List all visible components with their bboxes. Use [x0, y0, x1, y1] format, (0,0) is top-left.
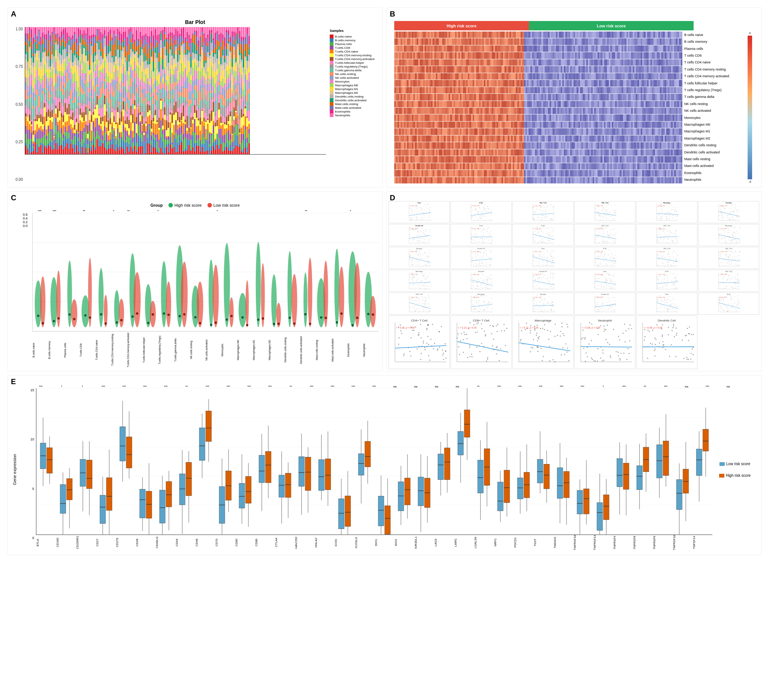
boxplot-chart	[36, 388, 713, 535]
svg-point-589	[550, 236, 550, 236]
svg-point-431	[420, 238, 420, 238]
bar-segment	[175, 51, 177, 64]
bar-segment	[115, 124, 117, 136]
svg-point-1949	[731, 307, 732, 307]
bar-segment	[36, 115, 38, 121]
bar-segment	[168, 34, 169, 40]
svg-point-1592	[420, 308, 420, 309]
bar-segment	[207, 42, 209, 47]
bar-segment	[246, 101, 248, 111]
bar-segment	[100, 56, 102, 64]
bar-segment	[154, 53, 156, 58]
svg-point-1214	[427, 286, 428, 286]
svg-point-1281	[490, 280, 491, 280]
bar-segment	[156, 80, 158, 87]
legend-item: T.cells.regulatory.(Tregs)	[330, 64, 375, 68]
bar-segment	[207, 78, 209, 84]
bar-segment	[226, 56, 227, 64]
bar-segment	[218, 60, 220, 64]
bar-column	[117, 27, 119, 154]
bar-column	[136, 27, 137, 154]
bar-segment	[194, 70, 195, 80]
bar-segment	[196, 85, 197, 92]
bar-segment	[109, 30, 111, 34]
bar-segment	[228, 75, 229, 78]
bar-segment	[179, 145, 180, 154]
svg-text:Macrophage: Macrophage	[663, 202, 670, 204]
boxplot-significance: ***	[551, 385, 572, 388]
bar-segment	[66, 143, 68, 154]
svg-point-2102	[542, 328, 543, 329]
bar-segment	[113, 116, 115, 122]
bar-column	[166, 27, 167, 154]
svg-point-1876	[657, 301, 657, 301]
bar-segment	[153, 123, 154, 132]
boxplot-significance: ***	[31, 385, 51, 388]
bar-segment	[83, 104, 85, 112]
svg-point-1941	[735, 303, 736, 303]
bar-segment	[140, 32, 141, 38]
bar-segment	[34, 98, 36, 100]
svg-text:Macrophage: Macrophage	[416, 271, 423, 272]
svg-point-1194	[412, 273, 413, 274]
svg-point-1322	[539, 288, 539, 289]
svg-point-2207	[591, 357, 592, 359]
bar-segment	[245, 58, 246, 61]
svg-point-1076	[659, 258, 660, 258]
bar-column	[31, 27, 32, 154]
svg-point-1110	[661, 257, 661, 257]
svg-point-1606	[419, 302, 419, 302]
bar-segment	[151, 106, 152, 114]
svg-point-871	[486, 260, 486, 260]
svg-point-633	[611, 237, 612, 237]
bar-segment	[104, 47, 105, 54]
svg-point-2232	[686, 357, 687, 358]
bar-segment	[104, 82, 105, 88]
svg-text:r = -0.05, p < 0.05: r = -0.05, p < 0.05	[471, 205, 480, 207]
bar-segment	[230, 61, 231, 69]
bar-segment	[83, 62, 85, 73]
bar-segment	[243, 68, 244, 73]
svg-point-931	[552, 255, 552, 255]
bar-segment	[123, 86, 124, 89]
bar-segment	[117, 83, 119, 90]
bar-segment	[29, 59, 31, 68]
bar-segment	[124, 153, 126, 154]
svg-point-1551	[719, 289, 719, 289]
svg-point-1724	[535, 311, 535, 312]
boxplot-x-label: IDO1	[374, 535, 394, 551]
bar-segment	[136, 103, 137, 107]
svg-line-1635	[409, 303, 431, 309]
svg-point-1996	[398, 337, 399, 338]
bar-segment	[111, 108, 113, 112]
bar-segment	[136, 84, 137, 87]
svg-point-709	[675, 230, 676, 230]
bar-segment	[126, 27, 128, 37]
violin-dot	[199, 322, 201, 324]
bar-segment	[53, 27, 55, 32]
boxplot-x-label: ICOSLG	[354, 535, 374, 551]
scatter-svg: CD4+ T Cellr = 0.21, p < 0.05	[637, 247, 697, 269]
bar-segment	[108, 72, 109, 76]
svg-point-1445	[661, 282, 661, 282]
bar-segment	[97, 119, 98, 131]
svg-point-1631	[412, 306, 412, 306]
bar-segment	[241, 143, 242, 150]
svg-point-966	[536, 265, 537, 266]
svg-point-1680	[478, 304, 479, 304]
bar-segment	[239, 27, 240, 31]
bar-segment	[166, 76, 167, 80]
svg-point-1697	[489, 303, 489, 304]
svg-point-936	[547, 261, 548, 261]
bar-segment	[85, 47, 87, 56]
bar-segment	[64, 83, 66, 88]
bar-segment	[170, 91, 171, 101]
bar-segment	[48, 52, 49, 56]
bar-segment	[154, 138, 156, 140]
bar-segment	[205, 113, 207, 121]
svg-point-1424	[609, 275, 609, 275]
violin-high	[271, 274, 277, 327]
bar-segment	[154, 81, 156, 88]
svg-point-365	[721, 213, 721, 213]
bar-segment	[226, 27, 227, 30]
